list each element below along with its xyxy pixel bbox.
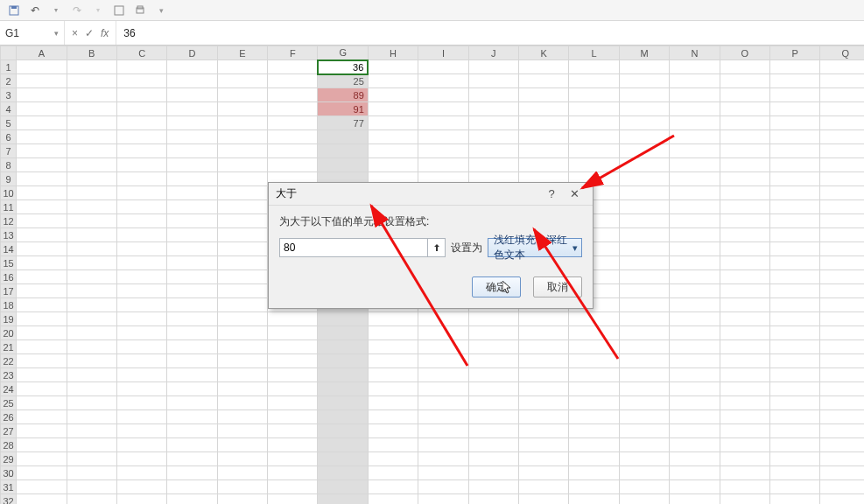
- cell[interactable]: [318, 144, 368, 158]
- cell[interactable]: [167, 494, 217, 505]
- cell[interactable]: [820, 494, 864, 505]
- cell[interactable]: [67, 438, 116, 452]
- cell[interactable]: [217, 396, 267, 410]
- cell[interactable]: [67, 424, 116, 438]
- row-header[interactable]: 9: [1, 172, 17, 186]
- cell[interactable]: [116, 410, 166, 424]
- cell[interactable]: [820, 186, 864, 200]
- cell[interactable]: [820, 354, 864, 368]
- cell[interactable]: [318, 452, 368, 466]
- cell[interactable]: [820, 424, 864, 438]
- cell[interactable]: [368, 102, 418, 116]
- cell[interactable]: [720, 424, 769, 438]
- cell[interactable]: [619, 144, 669, 158]
- insert-function-icon[interactable]: fx: [101, 27, 109, 39]
- cell[interactable]: [720, 242, 769, 256]
- cell[interactable]: [217, 144, 267, 158]
- cell[interactable]: [519, 158, 569, 172]
- column-header[interactable]: G: [318, 46, 368, 60]
- cell[interactable]: [670, 340, 720, 354]
- cell[interactable]: [217, 60, 267, 74]
- cell[interactable]: [670, 424, 720, 438]
- cell[interactable]: [17, 60, 67, 74]
- cell[interactable]: [217, 130, 267, 144]
- cell[interactable]: 36: [318, 60, 368, 74]
- cell[interactable]: [17, 200, 67, 214]
- cell[interactable]: [167, 368, 217, 382]
- cell[interactable]: [67, 326, 116, 340]
- cell[interactable]: [468, 130, 518, 144]
- cell[interactable]: [720, 172, 769, 186]
- cell[interactable]: 89: [318, 88, 368, 102]
- cell[interactable]: [318, 130, 368, 144]
- cell[interactable]: [769, 298, 819, 312]
- cell[interactable]: [17, 158, 67, 172]
- cell[interactable]: [569, 144, 619, 158]
- cell[interactable]: [17, 466, 67, 480]
- cell[interactable]: [820, 326, 864, 340]
- cell[interactable]: [820, 298, 864, 312]
- cell[interactable]: [670, 200, 720, 214]
- cell[interactable]: [268, 354, 318, 368]
- cell[interactable]: [116, 312, 166, 326]
- cell[interactable]: [318, 424, 368, 438]
- cell[interactable]: [720, 298, 769, 312]
- cell[interactable]: [720, 452, 769, 466]
- row-header[interactable]: 3: [1, 88, 17, 102]
- cell[interactable]: [418, 60, 468, 74]
- cell[interactable]: [670, 410, 720, 424]
- cell[interactable]: [670, 312, 720, 326]
- cell[interactable]: [670, 270, 720, 284]
- cell[interactable]: [820, 144, 864, 158]
- cell[interactable]: [217, 326, 267, 340]
- cell[interactable]: [17, 130, 67, 144]
- cell[interactable]: [17, 242, 67, 256]
- cell[interactable]: [167, 354, 217, 368]
- cell[interactable]: [418, 340, 468, 354]
- row-header[interactable]: 32: [1, 494, 17, 505]
- cell[interactable]: [167, 60, 217, 74]
- row-header[interactable]: 19: [1, 312, 17, 326]
- cell[interactable]: [670, 242, 720, 256]
- cell[interactable]: [468, 368, 518, 382]
- cell[interactable]: [217, 242, 267, 256]
- cell[interactable]: [217, 410, 267, 424]
- cell[interactable]: [418, 102, 468, 116]
- cell[interactable]: [167, 116, 217, 130]
- cell[interactable]: [268, 382, 318, 396]
- cell[interactable]: [368, 354, 418, 368]
- cell[interactable]: [720, 354, 769, 368]
- cell[interactable]: [17, 256, 67, 270]
- cell[interactable]: [468, 494, 518, 505]
- cell[interactable]: [17, 102, 67, 116]
- cell[interactable]: [619, 74, 669, 88]
- cell[interactable]: [167, 298, 217, 312]
- row-header[interactable]: 21: [1, 340, 17, 354]
- undo-icon[interactable]: ↶: [26, 2, 44, 19]
- row-header[interactable]: 23: [1, 368, 17, 382]
- cell[interactable]: [268, 410, 318, 424]
- row-header[interactable]: 16: [1, 270, 17, 284]
- save-icon[interactable]: [5, 2, 23, 19]
- cell[interactable]: [820, 256, 864, 270]
- cell[interactable]: [368, 452, 418, 466]
- cell[interactable]: [820, 74, 864, 88]
- cell[interactable]: [167, 284, 217, 298]
- cell[interactable]: [368, 340, 418, 354]
- cell[interactable]: [116, 200, 166, 214]
- cell[interactable]: [519, 410, 569, 424]
- cell[interactable]: [769, 368, 819, 382]
- cell[interactable]: [17, 270, 67, 284]
- cell[interactable]: [569, 88, 619, 102]
- cell[interactable]: [116, 480, 166, 494]
- cell[interactable]: [769, 494, 819, 505]
- cell[interactable]: [619, 494, 669, 505]
- cell[interactable]: [17, 410, 67, 424]
- cell[interactable]: [619, 172, 669, 186]
- cell[interactable]: [820, 200, 864, 214]
- cell[interactable]: [519, 382, 569, 396]
- cell[interactable]: [720, 256, 769, 270]
- cell[interactable]: [418, 494, 468, 505]
- cell[interactable]: [769, 382, 819, 396]
- cell[interactable]: [670, 298, 720, 312]
